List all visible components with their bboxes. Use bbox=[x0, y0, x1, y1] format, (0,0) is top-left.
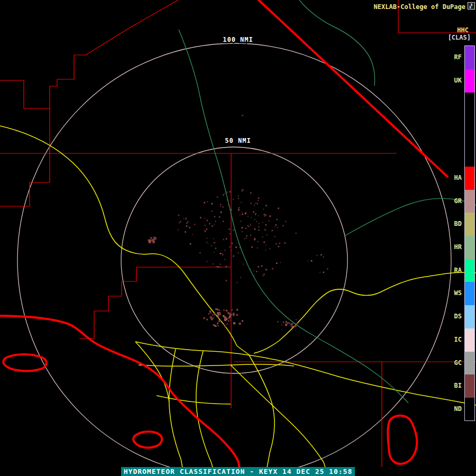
radar-display: 50 NMI 100 NMI NEXLAB-College of DuPage … bbox=[0, 0, 476, 476]
map-canvas[interactable]: 50 NMI 100 NMI bbox=[0, 0, 476, 476]
legend-label-UK: UK bbox=[454, 69, 462, 92]
legend-swatch-HA bbox=[465, 167, 474, 190]
legend-label-gap bbox=[454, 92, 462, 166]
range-rings bbox=[17, 43, 451, 476]
state-border-line bbox=[259, 0, 447, 177]
legend-swatch-GR bbox=[465, 190, 474, 213]
legend-swatch-BI bbox=[465, 374, 474, 398]
legend-swatch-RA bbox=[465, 259, 474, 282]
legend-label-BD: BD bbox=[454, 212, 462, 235]
range-ring-50nmi bbox=[121, 147, 347, 373]
island-outline bbox=[3, 354, 47, 371]
legend-labels: RFUKHAGRBDHRRAWSDSICGCBIND bbox=[454, 45, 462, 421]
cod-logo-icon: ▞ bbox=[468, 2, 475, 10]
highways bbox=[0, 126, 476, 476]
legend-label-HR: HR bbox=[454, 235, 462, 259]
range-label-100nmi: 100 NMI bbox=[223, 36, 253, 43]
product-mode-label: [CLAS] bbox=[448, 34, 471, 41]
legend-label-WS: WS bbox=[454, 281, 462, 305]
county-boundaries bbox=[0, 0, 476, 476]
coastline bbox=[0, 316, 241, 476]
legend-swatch-WS bbox=[465, 282, 474, 305]
rivers bbox=[179, 0, 476, 403]
legend-swatch-DS bbox=[465, 305, 474, 328]
legend-swatch-IC bbox=[465, 328, 474, 352]
legend-swatch-GC bbox=[465, 352, 474, 374]
status-bar: HYDROMETEOR CLASSIFICATION - KEYX 14 DEC… bbox=[0, 467, 476, 476]
legend-label-GC: GC bbox=[454, 351, 462, 374]
range-label-50nmi: 50 NMI bbox=[225, 137, 251, 144]
range-ring-100nmi bbox=[17, 43, 451, 476]
legend-label-HA: HA bbox=[454, 166, 462, 189]
island-outline bbox=[133, 432, 162, 447]
legend-swatch-HR bbox=[465, 236, 474, 259]
legend-label-IC: IC bbox=[454, 328, 462, 351]
legend-label-RF: RF bbox=[454, 45, 462, 69]
island-outline bbox=[388, 416, 417, 464]
legend-color-bar bbox=[464, 45, 475, 421]
legend-label-RA: RA bbox=[454, 259, 462, 281]
product-title-text: HYDROMETEOR CLASSIFICATION - KEYX 14 DEC… bbox=[121, 467, 355, 476]
legend-label-GR: GR bbox=[454, 189, 462, 212]
legend-label-BI: BI bbox=[454, 374, 462, 397]
legend: RFUKHAGRBDHRRAWSDSICGCBIND bbox=[454, 45, 475, 421]
state-border-and-coastline bbox=[0, 0, 447, 476]
legend-swatch-RF bbox=[465, 46, 474, 69]
legend-swatch-ND bbox=[465, 398, 474, 420]
legend-swatch-gap bbox=[465, 93, 474, 167]
brand-text: NEXLAB-College of DuPage bbox=[374, 3, 465, 11]
product-code-label: HHC bbox=[457, 26, 469, 34]
legend-swatch-BD bbox=[465, 213, 474, 236]
legend-label-DS: DS bbox=[454, 305, 462, 328]
legend-swatch-UK bbox=[465, 69, 474, 93]
legend-label-ND: ND bbox=[454, 397, 462, 420]
